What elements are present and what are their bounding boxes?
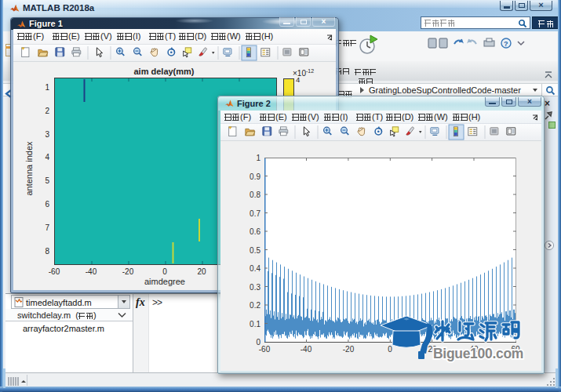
- svg-text:Bigue100.com: Bigue100.com: [433, 346, 523, 361]
- svg-text:?: ?: [504, 40, 508, 48]
